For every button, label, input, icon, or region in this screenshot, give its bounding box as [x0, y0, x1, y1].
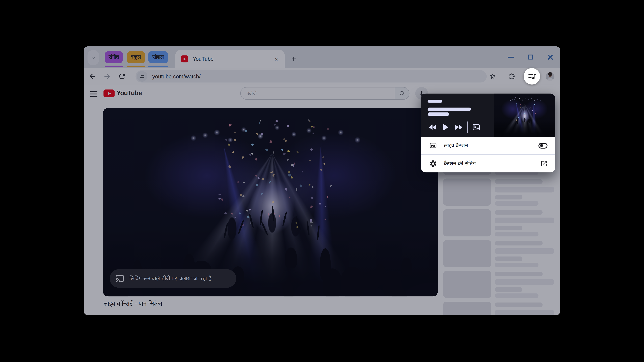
- queue-music-icon: [527, 72, 536, 81]
- stage: संगीत स्कूल सोशल YouTube × +: [0, 0, 644, 362]
- caption-settings-row[interactable]: कैप्शन की सेटिंग: [421, 155, 555, 172]
- track-skeleton-bar: [428, 100, 442, 103]
- dim-scrim: [84, 46, 560, 315]
- live-caption-toggle[interactable]: [538, 143, 548, 148]
- controls-divider: [467, 121, 468, 133]
- toggle-knob: [540, 144, 543, 147]
- track-skeleton-bar: [428, 112, 449, 116]
- open-in-new-icon: [540, 160, 548, 167]
- play-button[interactable]: [443, 122, 448, 132]
- caption-settings-label: कैप्शन की सेटिंग: [444, 160, 476, 167]
- media-popup-thumbnail: [494, 93, 555, 137]
- media-popup: लाइव कैप्शन कैप्शन की सेटिंग: [421, 93, 555, 172]
- previous-track-button[interactable]: [428, 122, 436, 132]
- live-caption-row[interactable]: लाइव कैप्शन: [421, 137, 555, 154]
- track-skeleton-bar: [428, 108, 471, 111]
- gear-icon: [429, 160, 437, 168]
- live-caption-label: लाइव कैप्शन: [444, 142, 468, 149]
- media-controls-button[interactable]: [524, 68, 540, 85]
- thumbnail-confetti: [494, 93, 555, 137]
- picture-in-picture-button[interactable]: [472, 122, 480, 132]
- subtitles-icon: [429, 142, 437, 149]
- media-popup-track-area: [421, 93, 555, 137]
- next-track-button[interactable]: [455, 122, 463, 132]
